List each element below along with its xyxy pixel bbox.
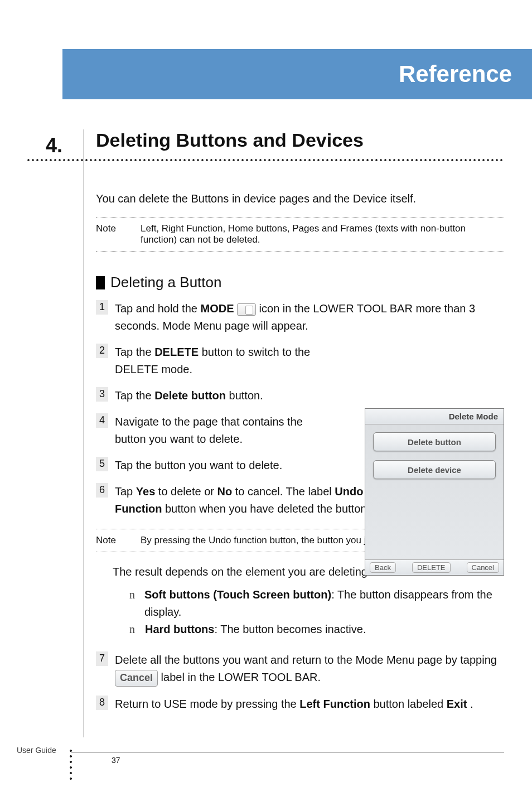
step-number: 2 [96,344,108,358]
step-number: 3 [96,387,108,402]
step-5: 5 Tap the button you want to delete. [96,457,336,474]
content-column: Deleting Buttons and Devices You can del… [96,129,504,713]
note-text: Left, Right Function, Home buttons, Page… [141,223,504,245]
step-number: 6 [96,483,108,498]
intro-text: You can delete the Buttons in device pag… [96,190,504,207]
section-title: Deleting Buttons and Devices [96,129,504,151]
step-number: 1 [96,300,108,315]
no-label: No [217,485,232,498]
step-number: 7 [96,651,108,666]
text-fragment: to delete or [158,485,217,498]
text-fragment: Tap the [115,346,154,358]
footer-mode-label: DELETE [412,562,451,573]
bullet-item: n Soft buttons (Touch Screen button): Th… [129,586,504,621]
step-7: 7 Delete all the buttons you want and re… [96,651,504,687]
left-function-label: Left Function [299,698,370,710]
step-text: Tap the button you want to delete. [115,457,336,474]
text-fragment: button labeled [373,698,446,710]
step-4: 4 Navigate to the page that contains the… [96,413,336,448]
bullet-item: n Hard buttons: The button becomes inact… [129,621,504,638]
black-square-icon [96,276,105,289]
step-3: 3 Tap the Delete button button. [96,387,336,404]
note-box-1: Note Left, Right Function, Home buttons,… [96,217,504,252]
section-number: 4. [27,134,62,157]
subheading: Deleting a Button [110,274,221,291]
bullet-icon: n [129,586,137,621]
delete-label: DELETE [154,346,199,358]
subheading-row: Deleting a Button [96,274,504,291]
step-number: 5 [96,457,108,471]
text-fragment: . [470,698,473,710]
step-text: Return to USE mode by pressing the Left … [115,696,504,713]
step-text: Navigate to the page that contains the b… [115,413,336,448]
yes-label: Yes [136,485,155,498]
bullet-list: n Soft buttons (Touch Screen button): Th… [96,586,504,638]
text-fragment: button. [229,389,263,402]
screenshot-body: Delete button Delete device [365,424,504,487]
vertical-dots-icon [69,749,72,783]
note-label: Note [96,535,126,546]
step-text: Delete all the buttons you want and retu… [115,651,504,687]
step-2: 2 Tap the DELETE button to switch to the… [96,344,336,378]
cancel-button[interactable]: Cancel [467,562,499,573]
bullet-text: Hard buttons: The button becomes inactiv… [145,621,366,638]
footer-rule [71,752,504,752]
back-button[interactable]: Back [370,562,396,573]
text-fragment: Tap [115,485,136,498]
text-fragment: Tap the [115,389,154,402]
page-number: 37 [112,756,120,765]
step-text: Tap the Delete button button. [115,387,336,404]
text-fragment: button when you have deleted the button. [165,503,370,515]
step-number: 4 [96,413,108,428]
step-1: 1 Tap and hold the MODE icon in the LOWE… [96,300,504,335]
undo-label: Undo [335,485,363,498]
text-fragment: label in the LOWER TOOL BAR. [161,671,321,683]
page: Reference 4. Deleting Buttons and Device… [0,0,532,787]
note-label: Note [96,223,126,245]
bullet-bold: Soft buttons (Touch Screen button) [144,588,331,601]
step-number: 8 [96,696,108,710]
banner-title: Reference [399,61,512,88]
bullet-text: Soft buttons (Touch Screen button): The … [144,586,504,621]
bullet-rest: : The button becomes inactive. [214,623,366,635]
delete-button-label: Delete button [154,389,226,402]
step-text: Tap and hold the MODE icon in the LOWER … [115,300,504,335]
text-fragment: Delete all the buttons you want and retu… [115,654,497,666]
delete-button-button[interactable]: Delete button [373,432,496,451]
text-fragment: Return to USE mode by pressing the [115,698,299,710]
delete-device-button[interactable]: Delete device [373,460,496,479]
step-8: 8 Return to USE mode by pressing the Lef… [96,696,504,713]
text-fragment: to cancel. The label [235,485,335,498]
bullet-icon: n [129,621,137,638]
screenshot-titlebar: Delete Mode [365,409,504,424]
mode-icon [237,303,256,316]
screenshot-title: Delete Mode [449,412,498,421]
cancel-chip-icon: Cancel [115,670,158,687]
step-text: Tap the DELETE button to switch to the D… [115,344,336,378]
user-guide-label: User Guide [17,746,56,755]
vertical-rule [84,129,84,737]
bullet-bold: Hard buttons [145,623,214,635]
screenshot-footer: Back DELETE Cancel [365,559,504,575]
exit-label: Exit [447,698,467,710]
mode-label: MODE [200,302,234,315]
text-fragment: Tap and hold the [115,302,200,315]
reference-banner: Reference [62,49,532,99]
delete-mode-screenshot: Delete Mode Delete button Delete device … [365,408,504,576]
